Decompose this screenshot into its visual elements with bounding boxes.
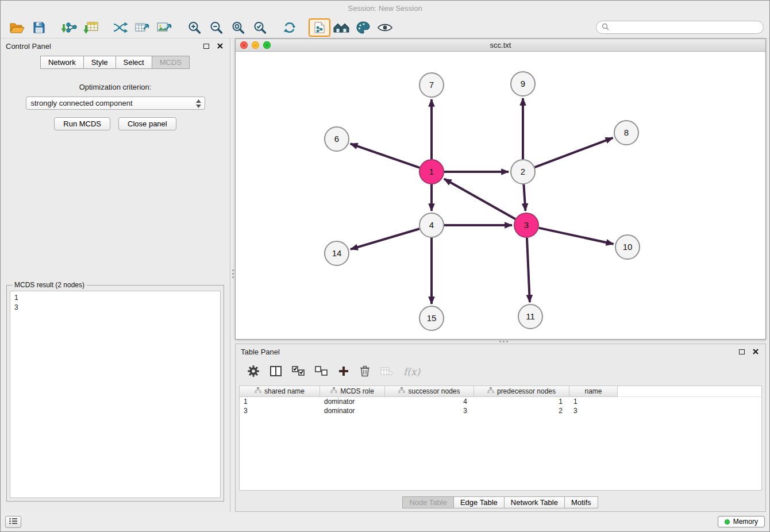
gear-icon: [247, 365, 260, 379]
unselect-all-icon: [315, 366, 328, 378]
float-panel-button[interactable]: [202, 41, 211, 51]
tab-network[interactable]: Network: [40, 56, 84, 69]
task-history-button[interactable]: [5, 516, 21, 528]
table-panel-title: Table Panel: [241, 348, 733, 356]
graph-node-label: 7: [429, 80, 434, 90]
session-file-icon: [314, 22, 325, 33]
table-row[interactable]: 1 dominator 4 1 1: [240, 397, 761, 406]
float-table-panel-button[interactable]: [737, 347, 746, 356]
tab-network-table[interactable]: Network Table: [504, 496, 565, 508]
run-mcds-button[interactable]: Run MCDS: [54, 117, 110, 130]
cell-shared-name: 3: [240, 406, 320, 415]
style-button[interactable]: [352, 18, 374, 37]
list-icon: [9, 518, 18, 526]
memory-button[interactable]: Memory: [718, 516, 765, 527]
vertical-splitter-handle[interactable]: [230, 264, 235, 283]
graph-node-10[interactable]: 10: [615, 235, 640, 259]
edge-1-6[interactable]: [351, 144, 420, 168]
window-zoom-icon[interactable]: +: [263, 41, 271, 49]
table-panel-header: Table Panel: [236, 344, 765, 359]
show-columns-button[interactable]: [270, 366, 282, 378]
close-panel-button[interactable]: [215, 41, 225, 51]
column-header-successor-nodes[interactable]: successor nodes: [385, 386, 474, 397]
window-titlebar[interactable]: Session: New Session: [1, 1, 769, 17]
criterion-select[interactable]: strongly connected component: [26, 97, 205, 110]
trash-icon: [360, 365, 370, 379]
tab-edge-table[interactable]: Edge Table: [453, 496, 505, 508]
graph-node-8[interactable]: 8: [614, 121, 638, 145]
zoom-selected-button[interactable]: [249, 18, 271, 37]
edge-2-8[interactable]: [535, 138, 613, 167]
graph-node-1[interactable]: 1: [419, 160, 444, 184]
tab-motifs[interactable]: Motifs: [564, 496, 598, 508]
cell-mcds-role: dominator: [320, 397, 385, 406]
table-settings-button[interactable]: [247, 365, 260, 379]
refresh-button[interactable]: [279, 18, 301, 37]
network-canvas[interactable]: 7968124314101511: [236, 52, 765, 339]
select-all-button[interactable]: [292, 366, 305, 378]
graph-node-label: 11: [526, 311, 535, 321]
open-folder-button[interactable]: [6, 18, 28, 37]
column-header-predecessor-nodes[interactable]: predecessor nodes: [474, 386, 569, 397]
tab-mcds[interactable]: MCDS: [152, 56, 190, 69]
open-session-file-button[interactable]: [309, 18, 330, 37]
graph-node-4[interactable]: 4: [419, 213, 444, 237]
table-row[interactable]: 3 dominator 3 2 3: [240, 406, 761, 415]
zoom-out-button[interactable]: [205, 18, 227, 37]
new-network-button[interactable]: [110, 18, 132, 37]
window-close-icon[interactable]: ×: [240, 41, 248, 49]
export-image-button[interactable]: [153, 18, 175, 37]
zoom-fit-button[interactable]: [227, 18, 249, 37]
tab-select[interactable]: Select: [116, 56, 152, 69]
column-label: shared name: [264, 387, 305, 395]
tab-node-table[interactable]: Node Table: [402, 496, 454, 508]
eye-icon: [378, 22, 392, 33]
status-bar: Memory: [1, 512, 769, 531]
close-table-panel-button[interactable]: [751, 347, 760, 356]
import-table-button[interactable]: [80, 18, 102, 37]
column-header-shared-name[interactable]: shared name: [240, 386, 320, 397]
delete-columns-button[interactable]: [360, 365, 370, 379]
import-network-button[interactable]: [58, 18, 80, 37]
mcds-result-groupbox: MCDS result (2 nodes) 1 3: [6, 285, 224, 502]
open-folder-icon: [10, 22, 25, 33]
graph-node-2[interactable]: 2: [511, 160, 535, 184]
graph-node-9[interactable]: 9: [511, 72, 535, 96]
column-header-mcds-role[interactable]: MCDS role: [320, 386, 385, 397]
graph-node-11[interactable]: 11: [518, 304, 542, 329]
graph-node-14[interactable]: 14: [325, 241, 349, 265]
graph-node-label: 2: [521, 167, 525, 176]
graph-node-7[interactable]: 7: [419, 73, 444, 97]
search-input[interactable]: [613, 24, 758, 32]
horizontal-splitter-handle[interactable]: [494, 340, 513, 344]
tab-style[interactable]: Style: [83, 56, 116, 69]
search-box[interactable]: [596, 21, 764, 34]
graph-node-15[interactable]: 15: [419, 306, 444, 330]
save-session-button[interactable]: [28, 18, 50, 37]
graph-node-3[interactable]: 3: [514, 213, 538, 237]
window-minimize-icon[interactable]: −: [252, 41, 259, 49]
edge-3-1[interactable]: [444, 179, 515, 219]
zoom-in-button[interactable]: [183, 18, 205, 37]
unselect-all-button[interactable]: [315, 366, 328, 378]
show-hide-button[interactable]: [374, 18, 396, 37]
cell-name: 3: [569, 406, 618, 415]
column-label: MCDS role: [340, 387, 374, 395]
function-builder-button[interactable]: f(x): [403, 366, 420, 377]
edge-3-11[interactable]: [527, 238, 530, 302]
table-header-filler: [618, 386, 761, 397]
tree-icon: [255, 387, 261, 395]
control-panel-tabs: Network Style Select MCDS: [1, 56, 230, 69]
edge-3-10[interactable]: [539, 228, 614, 244]
delete-table-button[interactable]: [380, 366, 393, 378]
graph-node-6[interactable]: 6: [325, 127, 349, 151]
home-button[interactable]: [330, 18, 352, 37]
export-table-button[interactable]: [132, 18, 153, 37]
edge-4-14[interactable]: [351, 229, 419, 249]
add-column-button[interactable]: [338, 365, 349, 379]
mcds-result-text[interactable]: 1 3: [10, 291, 221, 498]
network-window-titlebar[interactable]: × − + scc.txt: [236, 39, 765, 52]
edge-2-3[interactable]: [523, 184, 525, 211]
column-header-name[interactable]: name: [569, 386, 618, 397]
close-panel-button-mcds[interactable]: Close panel: [118, 117, 176, 130]
